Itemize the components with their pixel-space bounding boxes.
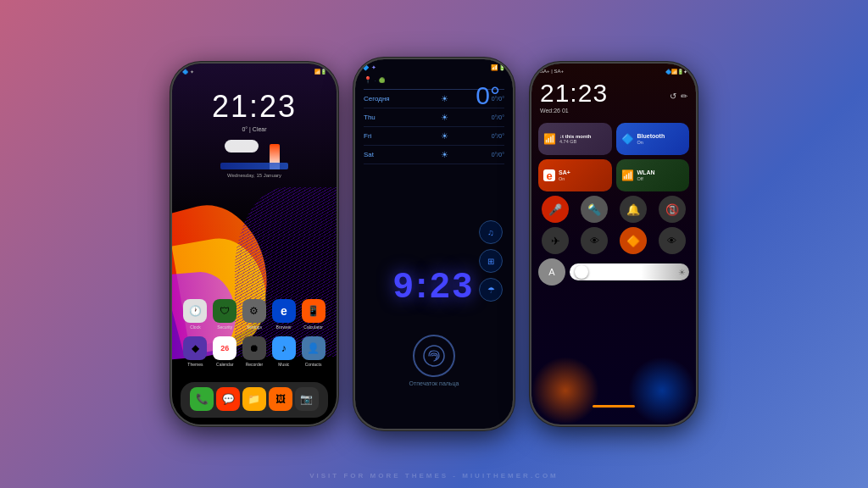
wlan-text: WLAN Off (637, 169, 655, 181)
phone1-weather-image (220, 136, 288, 169)
app-browser[interactable]: e Browser (270, 299, 298, 330)
phone2-status-icons: 🔷 ✦ (362, 64, 376, 71)
browser-status: On (559, 176, 570, 181)
weather-temps-thu: 0°/0° (492, 114, 504, 120)
btn-dnd[interactable]: 📵 (659, 196, 686, 223)
weather-day-today: Сегодня (364, 95, 398, 103)
bluetooth-icon: 🔷 (621, 133, 634, 145)
dock-camera-icon: 📷 (295, 387, 319, 411)
phone1-weather-widget: 21:23 0° | Clear Wednesday, 15 January (172, 77, 337, 178)
weather-row-fri: Fri ☀ 0°/0° (364, 127, 504, 146)
phone3-header: 21:23 Wed:26 01 ↺ ✏ (540, 79, 687, 114)
weather-day-sat: Sat (364, 151, 398, 158)
weather-row-thu: Thu ☀ 0°/0° (364, 108, 504, 127)
tile-wlan[interactable]: 📶 WLAN Off (616, 159, 690, 191)
tile-storage[interactable]: 📶 ↓t this month 4.74 GB (538, 123, 612, 155)
app-contacts[interactable]: 👤 Contacts (300, 336, 327, 367)
app-contacts-label: Contacts (305, 362, 322, 367)
app-recorder-label: Recorder (246, 362, 264, 367)
app-security-label: Security (217, 324, 232, 330)
edit-icon[interactable]: ✏ (681, 92, 687, 101)
bluetooth-text: Bluetooth On (637, 133, 665, 145)
app-settings-label: Settings (247, 324, 262, 330)
app-row-1: 🕐 Clock 🛡 Security ⚙ Settings e Browser (181, 299, 328, 330)
brightness-letter: A (548, 267, 554, 277)
app-clock-icon: 🕐 (183, 299, 207, 323)
app-browser-label: Browser (276, 324, 292, 330)
app-settings[interactable]: ⚙ Settings (241, 299, 268, 330)
phone3-screen: SA+ | SA+ 🔷📶🔋✦ 21:23 Wed:26 01 ↺ ✏ (531, 64, 696, 424)
status-left: 🔷 ✦ (182, 69, 194, 75)
weather-icon-today: ☀ (441, 94, 448, 103)
phone3-status-right: 🔷📶🔋✦ (665, 69, 687, 75)
dock-files[interactable]: 📁 (242, 387, 268, 413)
weather-temps-fri: 0°/0° (492, 133, 504, 139)
ctrl-music[interactable]: ♫ (479, 220, 503, 244)
btn-mic[interactable]: 🎤 (542, 196, 569, 223)
btn-eye2[interactable]: 👁 (659, 227, 686, 254)
phone1-time: 21:23 (172, 89, 337, 125)
btn-notification[interactable]: 🔔 (620, 196, 647, 223)
wlan-status: Off (637, 176, 655, 181)
browser-icon: e (543, 169, 555, 181)
weather-day-fri: Fri (364, 132, 398, 140)
ctrl-icons-row-1: 🎤 🔦 🔔 📵 (538, 196, 689, 223)
brightness-row: A ☀ (538, 258, 689, 286)
app-themes[interactable]: ◆ Themes (181, 336, 209, 367)
refresh-icon[interactable]: ↺ (670, 92, 676, 101)
phone-2: 🔷 ✦ 📶🔋 📍 · 🟢 0° Сегодня ☀ 0°/0° (353, 58, 515, 430)
dock-messages-icon: 💬 (216, 387, 240, 411)
phone3-statusbar: SA+ | SA+ 🔷📶🔋✦ (531, 69, 696, 75)
app-calculator-label: Calculator (303, 324, 323, 330)
btn-airplane[interactable]: ✈ (542, 227, 569, 254)
app-calendar[interactable]: 26 Calendar (211, 336, 238, 367)
weather-icon-fri: ☀ (441, 131, 448, 141)
app-music[interactable]: ♪ Music (270, 336, 298, 367)
phone1-statusbar: 🔷 ✦ 📶🔋 (172, 69, 337, 75)
dock-phone[interactable]: 📞 (189, 387, 215, 413)
browser-text: SA+ On (559, 169, 570, 181)
phone2-fingerprint[interactable]: Отпечаток пальца (355, 335, 513, 386)
dock-messages[interactable]: 💬 (215, 387, 242, 413)
location-pin-icon: 📍 (364, 76, 372, 84)
brightness-slider[interactable]: ☀ (570, 263, 689, 280)
app-browser-icon: e (272, 299, 296, 323)
btn-location[interactable]: 🔶 (620, 227, 647, 254)
app-clock-label: Clock (190, 324, 201, 330)
weather-temps-sat: 0°/0° (492, 152, 504, 158)
btn-torch[interactable]: 🔦 (581, 196, 608, 223)
ctrl-umbrella[interactable]: ☂ (479, 278, 503, 302)
phone2-battery: 📶🔋 (491, 64, 506, 71)
weather-icon-thu: ☀ (441, 113, 448, 122)
btn-eye[interactable]: 👁 (581, 227, 608, 254)
app-clock[interactable]: 🕐 Clock (181, 299, 209, 330)
weather-row-sat: Sat ☀ 0°/0° (364, 146, 504, 164)
fingerprint-label: Отпечаток пальца (355, 380, 513, 386)
ctrl-grid[interactable]: ⊞ (479, 249, 503, 273)
app-security[interactable]: 🛡 Security (211, 299, 238, 330)
tile-bluetooth[interactable]: 🔷 Bluetooth On (616, 123, 690, 155)
control-grid: 📶 ↓t this month 4.74 GB 🔷 Bluetooth On (538, 123, 689, 286)
ctrl-row-1: 📶 ↓t this month 4.74 GB 🔷 Bluetooth On (538, 123, 689, 155)
dock-gallery[interactable]: 🖼 (267, 387, 293, 413)
storage-icon: 📶 (543, 133, 556, 145)
app-calculator[interactable]: 📱 Calculator (300, 299, 327, 330)
app-settings-icon: ⚙ (242, 299, 266, 323)
app-music-label: Music (278, 362, 289, 367)
phone3-status-left: SA+ | SA+ (540, 69, 564, 75)
app-row-2: ◆ Themes 26 Calendar ⏺ Recorder ♪ Music (181, 336, 328, 367)
wlan-icon: 📶 (621, 169, 634, 181)
dock-gallery-icon: 🖼 (269, 387, 292, 411)
brightness-letter-btn[interactable]: A (538, 258, 565, 286)
tile-browser[interactable]: e SA+ On (538, 159, 612, 191)
browser-name: SA+ (559, 169, 570, 176)
app-themes-label: Themes (187, 362, 203, 367)
dock-camera[interactable]: 📷 (293, 387, 320, 413)
app-security-icon: 🛡 (213, 299, 236, 323)
watermark: VISIT FOR MORE THEMES - MIUITHEMER.COM (0, 472, 868, 480)
dock-phone-icon: 📞 (190, 387, 214, 411)
home-indicator (593, 405, 635, 408)
fingerprint-icon (413, 335, 455, 377)
phone3-date: Wed:26 01 (540, 108, 608, 114)
app-recorder[interactable]: ⏺ Recorder (241, 336, 268, 367)
